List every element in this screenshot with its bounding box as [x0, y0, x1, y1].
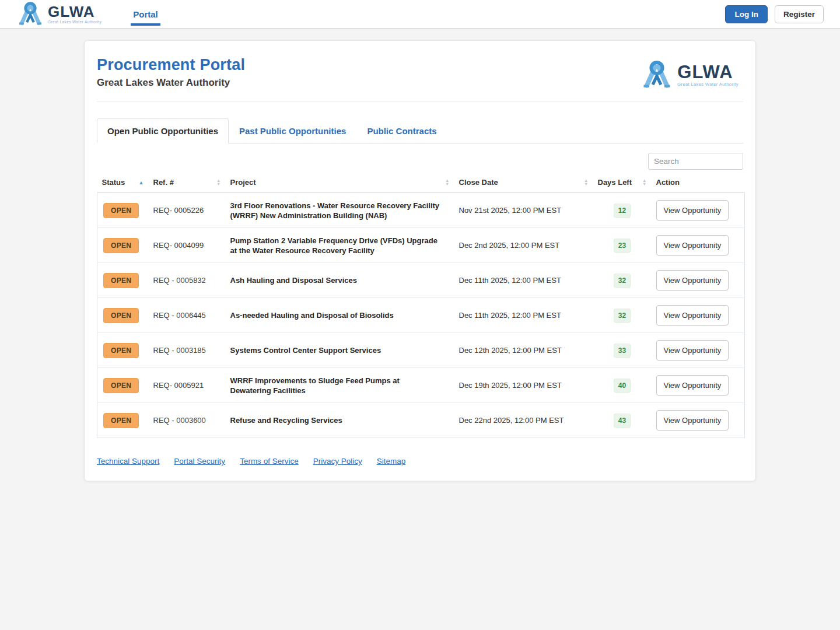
table-row: OPEN REQ - 0003600 Refuse and Recycling … — [97, 403, 745, 438]
days-left-badge: 23 — [614, 239, 631, 253]
days-left-badge: 43 — [614, 414, 631, 428]
status-badge: OPEN — [103, 413, 139, 428]
header-divider — [97, 102, 743, 102]
brand-name: GLWA — [48, 4, 102, 19]
footer-link-technical-support[interactable]: Technical Support — [97, 457, 159, 466]
table-header-row: Status ▲ Ref. # ▲▼ Project ▲▼ Close Date… — [97, 176, 745, 192]
top-navbar: GLWA Great Lakes Water Authority Portal … — [0, 0, 840, 29]
days-left-badge: 32 — [614, 309, 631, 323]
status-badge: OPEN — [103, 378, 139, 393]
table-row: OPEN REQ - 0005832 Ash Hauling and Dispo… — [97, 263, 745, 298]
close-date: Dec 12th 2025, 12:00 PM EST — [454, 333, 593, 368]
table-row: OPEN REQ - 0006445 As-needed Hauling and… — [97, 298, 745, 333]
column-header-close-date[interactable]: Close Date ▲▼ — [454, 176, 593, 192]
project-name: Systems Control Center Support Services — [226, 333, 454, 368]
status-badge: OPEN — [103, 343, 139, 358]
close-date: Dec 11th 2025, 12:00 PM EST — [454, 263, 593, 298]
view-opportunity-button[interactable]: View Opportunity — [656, 200, 729, 220]
ref-number: REQ- 0005921 — [149, 368, 226, 403]
glwa-logo-icon — [18, 0, 43, 28]
tab-open-public-opportunities[interactable]: Open Public Opportunities — [97, 118, 229, 144]
sort-ascending-icon: ▲ — [139, 180, 144, 186]
tab-past-public-opportunities[interactable]: Past Public Opportunities — [229, 118, 356, 144]
glwa-logo-icon — [642, 58, 672, 91]
brand-tagline: Great Lakes Water Authority — [48, 20, 102, 24]
project-name: 3rd Floor Renovations - Water Resource R… — [226, 192, 454, 228]
close-date: Dec 19th 2025, 12:00 PM EST — [454, 368, 593, 403]
table-row: OPEN REQ- 0005226 3rd Floor Renovations … — [97, 192, 745, 228]
footer-link-terms-of-service[interactable]: Terms of Service — [240, 457, 299, 466]
ref-number: REQ- 0005226 — [149, 192, 226, 228]
project-name: WRRF Improvements to Sludge Feed Pumps a… — [226, 368, 454, 403]
navbar-brand[interactable]: GLWA Great Lakes Water Authority — [18, 0, 102, 28]
card-header: Procurement Portal Great Lakes Water Aut… — [97, 56, 743, 91]
column-header-ref[interactable]: Ref. # ▲▼ — [149, 176, 226, 192]
days-left-badge: 32 — [614, 274, 631, 288]
table-row: OPEN REQ- 0004099 Pump Station 2 Variabl… — [97, 228, 745, 263]
column-header-status[interactable]: Status ▲ — [97, 176, 149, 192]
page-title: Procurement Portal — [97, 56, 245, 74]
header-logo: GLWA Great Lakes Water Authority — [642, 58, 738, 91]
table-row: OPEN REQ - 0003185 Systems Control Cente… — [97, 333, 745, 368]
nav-portal-link[interactable]: Portal — [131, 0, 160, 28]
sort-icon: ▲▼ — [642, 179, 646, 186]
ref-number: REQ - 0003185 — [149, 333, 226, 368]
login-button[interactable]: Log In — [725, 5, 768, 23]
header-logo-tagline: Great Lakes Water Authority — [677, 82, 738, 87]
close-date: Dec 2nd 2025, 12:00 PM EST — [454, 228, 593, 263]
days-left-badge: 12 — [614, 204, 631, 218]
column-header-days-left[interactable]: Days Left ▲▼ — [593, 176, 652, 192]
column-header-project[interactable]: Project ▲▼ — [226, 176, 454, 192]
project-name: Ash Hauling and Disposal Services — [226, 263, 454, 298]
view-opportunity-button[interactable]: View Opportunity — [656, 270, 729, 290]
close-date: Nov 21st 2025, 12:00 PM EST — [454, 192, 593, 228]
sort-icon: ▲▼ — [445, 179, 449, 186]
project-name: Refuse and Recycling Services — [226, 403, 454, 438]
header-logo-name: GLWA — [677, 63, 738, 81]
close-date: Dec 22nd 2025, 12:00 PM EST — [454, 403, 593, 438]
ref-number: REQ - 0003600 — [149, 403, 226, 438]
register-button[interactable]: Register — [775, 5, 824, 23]
days-left-badge: 40 — [614, 379, 631, 393]
navbar-actions: Log In Register — [725, 0, 824, 28]
navbar-links: Portal — [131, 0, 160, 28]
tab-bar: Open Public Opportunities Past Public Op… — [97, 118, 743, 144]
opportunities-table: Status ▲ Ref. # ▲▼ Project ▲▼ Close Date… — [97, 176, 745, 438]
footer-link-privacy-policy[interactable]: Privacy Policy — [313, 457, 362, 466]
status-badge: OPEN — [103, 308, 139, 323]
footer-link-portal-security[interactable]: Portal Security — [174, 457, 225, 466]
ref-number: REQ - 0005832 — [149, 263, 226, 298]
sort-icon: ▲▼ — [216, 179, 220, 186]
search-row — [97, 153, 743, 170]
status-badge: OPEN — [103, 238, 139, 253]
project-name: As-needed Hauling and Disposal of Biosol… — [226, 298, 454, 333]
view-opportunity-button[interactable]: View Opportunity — [656, 235, 729, 256]
ref-number: REQ - 0006445 — [149, 298, 226, 333]
view-opportunity-button[interactable]: View Opportunity — [656, 375, 729, 396]
tab-public-contracts[interactable]: Public Contracts — [356, 118, 447, 144]
footer-link-sitemap[interactable]: Sitemap — [377, 457, 406, 466]
days-left-badge: 33 — [614, 344, 631, 358]
search-input[interactable] — [648, 153, 743, 170]
project-name: Pump Station 2 Variable Frequency Drive … — [226, 228, 454, 263]
ref-number: REQ- 0004099 — [149, 228, 226, 263]
close-date: Dec 11th 2025, 12:00 PM EST — [454, 298, 593, 333]
table-row: OPEN REQ- 0005921 WRRF Improvements to S… — [97, 368, 745, 403]
status-badge: OPEN — [103, 203, 139, 218]
footer-links: Technical Support Portal Security Terms … — [97, 457, 743, 468]
opportunities-tbody: OPEN REQ- 0005226 3rd Floor Renovations … — [97, 192, 745, 438]
view-opportunity-button[interactable]: View Opportunity — [656, 305, 729, 326]
view-opportunity-button[interactable]: View Opportunity — [656, 340, 729, 360]
sort-icon: ▲▼ — [584, 179, 588, 186]
view-opportunity-button[interactable]: View Opportunity — [656, 410, 729, 430]
column-header-action: Action — [652, 176, 745, 192]
status-badge: OPEN — [103, 273, 139, 288]
procurement-portal-card: Procurement Portal Great Lakes Water Aut… — [84, 40, 756, 481]
page-subtitle: Great Lakes Water Authority — [97, 77, 245, 89]
